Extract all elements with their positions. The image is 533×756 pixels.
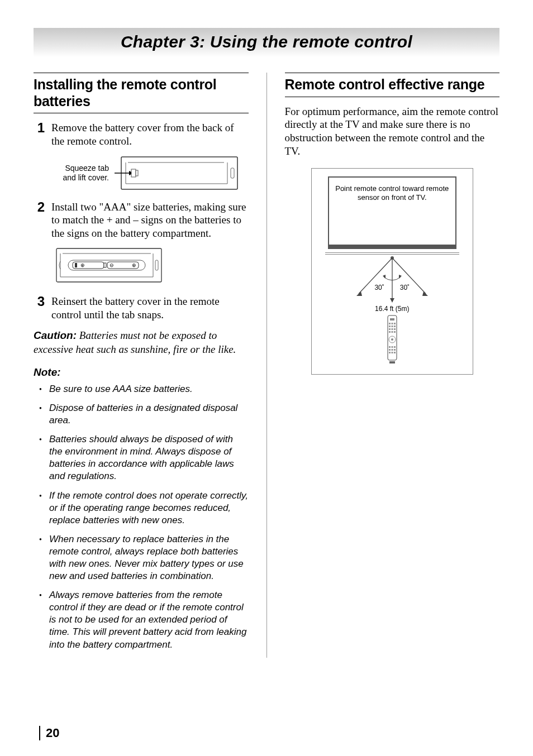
svg-rect-35 xyxy=(389,328,391,330)
note-item: Be sure to use AAA size batteries. xyxy=(41,383,249,395)
remote-control-illustration xyxy=(384,315,401,364)
svg-rect-5 xyxy=(136,170,138,176)
svg-rect-30 xyxy=(391,323,393,324)
step-text: Remove the battery cover from the back o… xyxy=(51,121,249,148)
chapter-title-banner: Chapter 3: Using the remote control xyxy=(34,28,499,57)
svg-rect-38 xyxy=(389,331,391,333)
figure-label-line1: Squeeze tab xyxy=(65,164,109,173)
svg-rect-40 xyxy=(394,331,396,333)
step-number: 3 xyxy=(34,295,45,322)
svg-rect-6 xyxy=(231,168,234,178)
svg-rect-36 xyxy=(391,328,393,330)
svg-rect-39 xyxy=(391,331,393,333)
svg-rect-43 xyxy=(389,346,391,348)
note-heading: Note: xyxy=(34,366,249,379)
tv-instruction-text: Point remote control toward remote senso… xyxy=(335,184,450,203)
svg-marker-25 xyxy=(383,275,386,279)
section-heading-range: Remote control effective range xyxy=(285,73,500,97)
figure-remote-cover: Squeeze tab and lift cover. xyxy=(56,156,249,190)
svg-rect-33 xyxy=(391,326,393,327)
note-item: Dispose of batteries in a designated dis… xyxy=(41,402,249,427)
section-heading-installing: Installing the remote control batteries xyxy=(34,73,249,113)
svg-marker-23 xyxy=(422,291,428,296)
step-text: Reinsert the battery cover in the remote… xyxy=(51,295,249,322)
note-item: Always remove batteries from the remote … xyxy=(41,589,249,650)
battery-compartment-illustration: ⊕ ⊖ ⊕ xyxy=(56,248,162,283)
svg-point-42 xyxy=(391,338,393,341)
note-item: If the remote control does not operate c… xyxy=(41,490,249,527)
step-number: 2 xyxy=(34,200,45,240)
svg-rect-16 xyxy=(104,263,106,267)
svg-rect-37 xyxy=(394,328,396,330)
column-divider xyxy=(266,73,267,658)
svg-rect-29 xyxy=(389,323,391,324)
svg-rect-49 xyxy=(389,352,391,353)
svg-rect-31 xyxy=(394,323,396,324)
svg-rect-34 xyxy=(394,326,396,327)
svg-rect-10 xyxy=(73,262,104,269)
caution-paragraph: Caution: Batteries must not be exposed t… xyxy=(34,329,249,356)
signal-cone-illustration xyxy=(336,255,448,310)
note-item: When necessary to replace batteries in t… xyxy=(41,533,249,582)
range-intro-text: For optimum performance, aim the remote … xyxy=(285,105,500,158)
svg-text:⊕: ⊕ xyxy=(132,262,136,268)
page-number: 20 xyxy=(39,726,59,740)
right-column: Remote control effective range For optim… xyxy=(285,73,500,658)
caution-label: Caution: xyxy=(34,329,77,341)
svg-rect-17 xyxy=(155,260,158,270)
remote-cover-illustration xyxy=(112,156,239,190)
note-item: Batteries should always be disposed of w… xyxy=(41,433,249,482)
figure-label: Squeeze tab and lift cover. xyxy=(56,164,109,183)
figure-label-line2: and lift cover. xyxy=(63,173,110,182)
svg-text:⊕: ⊕ xyxy=(80,262,85,268)
svg-text:⊖: ⊖ xyxy=(110,262,114,268)
figure-battery-compartment: ⊕ ⊖ ⊕ xyxy=(56,248,249,285)
svg-rect-4 xyxy=(131,169,136,177)
step-text: Install two "AAA" size batteries, making… xyxy=(51,200,249,240)
range-diagram: Point remote control toward remote senso… xyxy=(311,168,473,375)
svg-rect-45 xyxy=(394,346,396,348)
angle-left-text: 30˚ xyxy=(374,284,384,291)
distance-label: 16.4 ft (5m) xyxy=(317,305,467,313)
notes-list: Be sure to use AAA size batteries. Dispo… xyxy=(34,383,249,651)
step-1: 1 Remove the battery cover from the back… xyxy=(34,121,249,148)
step-2: 2 Install two "AAA" size batteries, maki… xyxy=(34,200,249,240)
svg-rect-32 xyxy=(389,326,391,327)
left-column: Installing the remote control batteries … xyxy=(34,73,249,658)
svg-rect-47 xyxy=(391,349,393,351)
svg-marker-26 xyxy=(399,275,402,279)
step-number: 1 xyxy=(34,121,45,148)
svg-rect-11 xyxy=(75,263,77,267)
svg-marker-22 xyxy=(356,291,362,296)
svg-rect-51 xyxy=(394,352,396,353)
svg-rect-48 xyxy=(394,349,396,351)
tv-illustration: Point remote control toward remote senso… xyxy=(328,176,456,249)
two-column-layout: Installing the remote control batteries … xyxy=(34,73,499,658)
svg-rect-50 xyxy=(391,352,393,353)
svg-rect-52 xyxy=(389,361,395,363)
svg-marker-24 xyxy=(390,298,394,303)
step-3: 3 Reinsert the battery cover in the remo… xyxy=(34,295,249,322)
svg-rect-0 xyxy=(121,157,237,189)
svg-rect-44 xyxy=(391,346,393,348)
svg-rect-28 xyxy=(390,318,394,320)
svg-rect-46 xyxy=(389,349,391,351)
angle-right-text: 30˚ xyxy=(400,284,410,291)
